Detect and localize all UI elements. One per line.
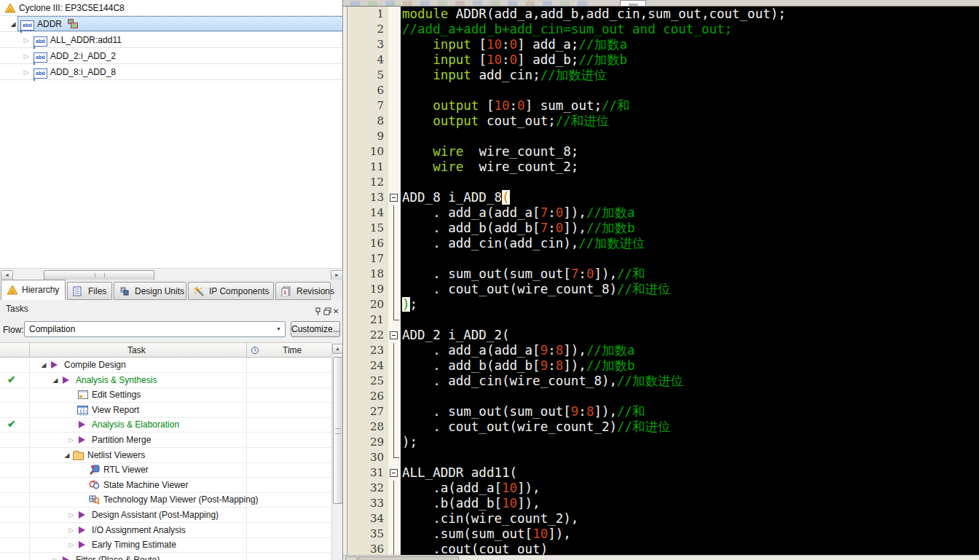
expand-arrow-icon[interactable]: ◢ [7, 20, 19, 28]
code-line[interactable]: wire wire_count_2; [402, 159, 578, 175]
float-window-icon[interactable] [323, 304, 332, 313]
task-row-early-timing-estimate[interactable]: ▷Early Timing Estimate [0, 537, 331, 553]
flow-combobox[interactable]: Compilation ▼ [24, 321, 286, 337]
editor-horizontal-scrollbar[interactable] [343, 555, 979, 560]
task-row-partition-merge[interactable]: ▷Partition Merge [0, 433, 331, 448]
task-vertical-scrollbar[interactable]: ▲ [331, 342, 342, 560]
close-icon[interactable]: ✕ [333, 303, 342, 312]
toolbar-icon-clipped[interactable] [473, 1, 482, 6]
customize-button[interactable]: Customize... [291, 321, 340, 337]
code-line[interactable]: //add_a+add_b+add_cin=sum_out and cout_o… [402, 22, 732, 37]
code-line[interactable]: ADD_8 i_ADD_8( [402, 190, 510, 205]
collapse-arrow-icon[interactable]: ▷ [66, 527, 77, 534]
code-line[interactable]: module ADDR(add_a,add_b,add_cin,sum_out,… [402, 7, 786, 22]
toolbar-icon-clipped[interactable] [490, 1, 500, 6]
task-row-compile-design[interactable]: ◢Compile Design [0, 358, 331, 373]
collapse-arrow-icon[interactable]: ▷ [20, 68, 32, 76]
hierarchy-node-addr[interactable]: ◢abdADDR [0, 16, 342, 32]
code-line[interactable]: .b(add_b[10]), [402, 496, 540, 511]
collapse-arrow-icon[interactable]: ▷ [20, 36, 32, 44]
task-row-design-assistant-post-mapping-[interactable]: ▷Design Assistant (Post-Mapping) [0, 508, 331, 523]
toolbar-icon-clipped[interactable] [350, 1, 360, 6]
collapse-arrow-icon[interactable]: ▷ [66, 436, 77, 443]
tab-revisions[interactable]: 1Revisions [275, 282, 331, 300]
scroll-left-icon[interactable] [345, 556, 358, 560]
code-line[interactable]: . sum_out(sum_out[7:0]),//和 [402, 267, 645, 282]
code-line[interactable]: . add_cin(add_cin),//加数进位 [402, 236, 645, 251]
code-line[interactable]: output cout_out;//和进位 [402, 114, 609, 129]
scroll-left-icon[interactable]: ◄ [1, 270, 13, 280]
code-line[interactable]: . add_a(add_a[7:0]),//加数a [402, 205, 635, 221]
fold-collapse-icon[interactable] [390, 194, 398, 202]
task-row-netlist-viewers[interactable]: ◢Netlist Viewers [0, 448, 331, 463]
code-line[interactable]: . cout_out(wire_count_8)//和进位 [402, 282, 671, 297]
device-row[interactable]: Cyclone III: EP3C5E144C8 [0, 0, 342, 16]
scrollbar-thumb[interactable] [333, 357, 342, 504]
toolbar-icon-clipped[interactable] [578, 1, 587, 6]
code-line[interactable]: input add_cin;//加数进位 [402, 68, 607, 83]
toolbar-icon-clipped[interactable] [543, 1, 552, 6]
pin-icon[interactable] [314, 304, 323, 313]
code-line[interactable]: . add_b(add_b[7:0]),//加数b [402, 221, 635, 236]
code-line[interactable]: input [10:0] add_a;//加数a [402, 37, 627, 52]
toolbar-icon-clipped[interactable] [368, 1, 377, 6]
zoom-level-box-clipped[interactable]: 200 [620, 0, 646, 7]
tab-design-units[interactable]: Design Units [114, 282, 186, 300]
hierarchy-node-add-2-i-add-2[interactable]: ▷abdADD_2:i_ADD_2 [0, 48, 342, 64]
task-row-edit-settings[interactable]: Edit Settings [0, 387, 331, 403]
collapse-arrow-icon[interactable]: ▷ [66, 541, 77, 548]
toolbar-icon-clipped[interactable] [455, 1, 465, 6]
hierarchy-horizontal-scrollbar[interactable]: ◄ ► [0, 268, 342, 280]
code-line[interactable]: ADD_2 i_ADD_2( [402, 328, 510, 343]
tab-hierarchy[interactable]: Hierarchy [1, 280, 66, 300]
expand-arrow-icon[interactable]: ◢ [38, 361, 50, 368]
tab-files[interactable]: Files [67, 282, 112, 300]
toolbar-icon-clipped[interactable] [420, 1, 430, 6]
scrollbar-thumb[interactable] [358, 556, 459, 560]
collapse-arrow-icon[interactable]: ▷ [50, 556, 61, 560]
task-row-view-report[interactable]: View Report [0, 403, 331, 418]
scrollbar-thumb[interactable] [44, 270, 154, 280]
code-line[interactable]: ALL_ADDR add11( [402, 465, 517, 481]
hierarchy-node-add-8-i-add-8[interactable]: ▷abdADD_8:i_ADD_8 [0, 64, 342, 80]
code-line[interactable]: .sum(sum_out[10]), [402, 527, 571, 542]
code-line[interactable]: ); [402, 435, 417, 450]
code-line[interactable]: . add_a(add_a[9:8]),//加数a [402, 343, 635, 358]
tab-ip-components[interactable]: IP Components [188, 282, 274, 300]
code-line[interactable]: wire wire_count_8; [402, 144, 578, 159]
code-line[interactable]: .cin(wire_count_2), [402, 511, 578, 527]
task-column-header[interactable]: Task [127, 345, 146, 355]
toolbar-icon-clipped[interactable] [385, 1, 395, 6]
code-line[interactable]: ); [402, 297, 417, 312]
expand-arrow-icon[interactable]: ◢ [61, 451, 73, 459]
scroll-up-icon[interactable]: ▲ [332, 344, 342, 354]
toolbar-icon-clipped[interactable] [438, 1, 447, 6]
task-row-fitter-place-route-[interactable]: ▷Fitter (Place & Route) [0, 553, 331, 560]
task-row-technology-map-viewer-post-mapping-[interactable]: Technology Map Viewer (Post-Mapping) [0, 492, 331, 508]
code-line[interactable]: . cout_out(wire_count_2)//和进位 [402, 419, 671, 435]
toolbar-icon-clipped[interactable] [508, 1, 517, 6]
task-row-analysis-synthesis[interactable]: ✔◢Analysis & Synthesis [0, 373, 331, 388]
code-line[interactable]: output [10:0] sum_out;//和 [402, 98, 630, 114]
hierarchy-node-all-addr-add11[interactable]: ▷abdALL_ADDR:add11 [0, 32, 342, 48]
code-line[interactable]: . add_cin(wire_count_8),//加数进位 [402, 374, 683, 389]
expand-arrow-icon[interactable]: ◢ [50, 376, 61, 384]
toolbar-icon-clipped[interactable] [560, 1, 570, 6]
time-column-header[interactable]: Time [283, 345, 302, 355]
task-row-rtl-viewer[interactable]: RTL Viewer [0, 462, 331, 478]
fold-collapse-icon[interactable] [390, 469, 398, 477]
toolbar-icon-clipped[interactable] [525, 1, 535, 6]
code-line[interactable]: input [10:0] add_b;//加数b [402, 52, 627, 68]
fold-collapse-icon[interactable] [390, 331, 398, 339]
task-row-i-o-assignment-analysis[interactable]: ▷I/O Assignment Analysis [0, 523, 331, 538]
task-row-state-machine-viewer[interactable]: State Machine Viewer [0, 478, 331, 493]
toolbar-icon-clipped[interactable] [403, 1, 412, 6]
scroll-right-icon[interactable]: ► [331, 270, 343, 280]
task-row-analysis-elaboration[interactable]: ✔Analysis & Elaboration [0, 417, 331, 433]
code-line[interactable]: . add_b(add_b[9:8]),//加数b [402, 358, 635, 374]
task-table-header[interactable]: Task Time [0, 342, 331, 358]
collapse-arrow-icon[interactable]: ▷ [20, 52, 32, 60]
collapse-arrow-icon[interactable]: ▷ [66, 511, 77, 518]
code-line[interactable]: . sum_out(sum_out[9:8]),//和 [402, 404, 645, 419]
code-line[interactable]: .a(add_a[10]), [402, 481, 540, 496]
